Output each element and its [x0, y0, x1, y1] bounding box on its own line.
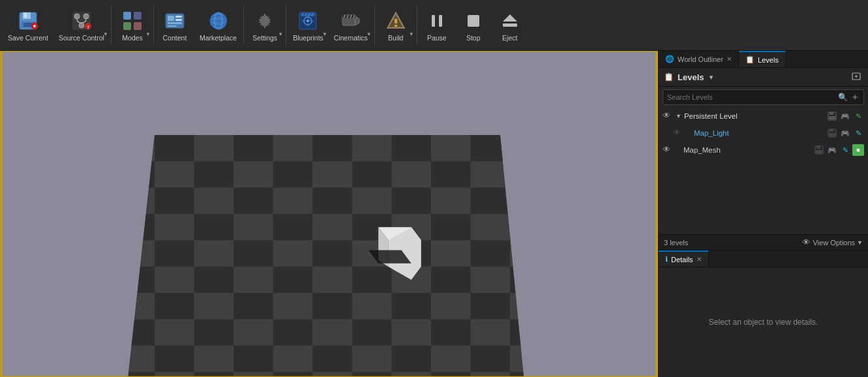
source-control-button[interactable]: ! Source Control ▼ [53, 2, 110, 49]
level-row-map-light[interactable]: 👁 Map_Light 🎮 ✎ [659, 125, 868, 142]
details-content: Select an object to view details. [659, 267, 868, 377]
marketplace-button[interactable]: Marketplace [194, 2, 242, 49]
eye-persistent[interactable]: 👁 [663, 111, 673, 121]
toolbar: Save Current ! Source Control ▼ [0, 0, 868, 51]
persist-action-gamepad[interactable]: 🎮 [839, 110, 851, 122]
pause-label: Pause [427, 34, 447, 42]
cinematics-button[interactable]: Cinematics ▼ [329, 2, 373, 49]
divider-1 [111, 6, 112, 45]
svg-rect-23 [168, 25, 177, 27]
map-light-save[interactable] [826, 127, 838, 139]
stop-button[interactable]: Stop [455, 2, 492, 49]
svg-rect-49 [395, 25, 397, 27]
modes-button[interactable]: Modes ▼ [113, 2, 152, 49]
world-outliner-tab-label: World Outliner [678, 55, 723, 63]
save-icon [16, 9, 40, 33]
levels-tab-label: Levels [758, 56, 779, 64]
map-light-pencil[interactable]: ✎ [852, 127, 864, 139]
divider-5 [374, 6, 375, 45]
view-options-button[interactable]: 👁 View Options ▼ [802, 237, 863, 247]
right-panel: 🌐 World Outliner ✕ 📋 Levels 📋 Levels ▼ [658, 51, 868, 377]
stop-icon [462, 9, 485, 33]
search-levels-input[interactable] [667, 93, 838, 101]
svg-rect-20 [175, 16, 182, 18]
details-tab-bar: ℹ Details ✕ [659, 250, 868, 267]
pause-icon [425, 9, 449, 33]
level-row-persistent[interactable]: 👁 ▼ Persistent Level 🎮 ✎ [659, 108, 868, 125]
svg-marker-53 [503, 14, 517, 22]
eject-button[interactable]: Eject [492, 2, 528, 49]
map-mesh-save[interactable] [813, 144, 825, 156]
eject-icon [498, 9, 522, 33]
search-bar: 🔍 ＋ [663, 89, 864, 105]
expand-persistent[interactable]: ▼ [676, 113, 681, 119]
svg-point-11 [79, 23, 84, 28]
content-button[interactable]: Content [155, 2, 194, 49]
persist-action-save[interactable] [826, 110, 838, 122]
levels-action-add[interactable] [850, 70, 863, 83]
svg-point-33 [307, 20, 309, 22]
view-options-eye-icon: 👁 [802, 237, 811, 247]
cinematics-icon [339, 9, 363, 33]
svg-rect-16 [123, 22, 131, 30]
map-light-name: Map_Light [694, 129, 824, 137]
map-mesh-pencil[interactable]: ✎ [839, 144, 851, 156]
blueprints-button[interactable]: Blueprints ▼ [288, 2, 329, 49]
eye-map-mesh[interactable]: 👁 [663, 145, 673, 155]
svg-rect-84 [830, 129, 833, 132]
svg-point-10 [83, 14, 89, 19]
persist-action-pencil[interactable]: ✎ [852, 110, 864, 122]
pause-button[interactable]: Pause [419, 2, 455, 49]
cinematics-arrow: ▼ [367, 31, 372, 37]
svg-rect-17 [134, 22, 142, 30]
cinematics-label: Cinematics [334, 34, 368, 42]
levels-list: 👁 ▼ Persistent Level 🎮 ✎ [659, 108, 868, 234]
panel-tab-bar: 🌐 World Outliner ✕ 📋 Levels [659, 51, 868, 68]
map-mesh-name: Map_Mesh [683, 146, 811, 154]
svg-text:!: ! [87, 24, 89, 30]
build-button[interactable]: Build ▼ [376, 2, 415, 49]
build-icon [384, 9, 408, 33]
playback-controls: Pause Stop Eject [419, 2, 528, 49]
tab-world-outliner[interactable]: 🌐 World Outliner ✕ [659, 51, 739, 67]
divider-2 [153, 6, 154, 45]
svg-rect-2 [24, 13, 27, 18]
map-mesh-status[interactable]: ■ [852, 144, 864, 156]
level-row-map-mesh[interactable]: 👁 Map_Mesh 🎮 ✎ ■ [659, 142, 868, 158]
blueprints-arrow: ▼ [322, 31, 327, 37]
eye-map-light[interactable]: 👁 [673, 128, 683, 138]
content-label: Content [163, 34, 187, 42]
blueprints-label: Blueprints [293, 34, 323, 42]
world-outliner-tab-close[interactable]: ✕ [726, 55, 732, 63]
add-level-icon[interactable]: ＋ [848, 91, 860, 103]
save-current-button[interactable]: Save Current [3, 2, 53, 49]
stop-label: Stop [466, 34, 481, 42]
tab-levels[interactable]: 📋 Levels [739, 51, 786, 67]
map-light-gamepad[interactable]: 🎮 [839, 127, 851, 139]
svg-rect-87 [816, 146, 820, 149]
marketplace-icon [207, 9, 230, 33]
svg-rect-88 [816, 150, 822, 153]
svg-rect-81 [830, 112, 833, 115]
map-mesh-actions: 🎮 ✎ ■ [813, 144, 864, 156]
marketplace-label: Marketplace [200, 34, 237, 42]
divider-6 [417, 6, 417, 45]
settings-button[interactable]: Settings ▼ [245, 2, 284, 49]
levels-dropdown-arrow[interactable]: ▼ [708, 74, 714, 81]
modes-arrow: ▼ [145, 31, 151, 37]
modes-label: Modes [122, 34, 143, 42]
details-tab-close[interactable]: ✕ [696, 256, 702, 263]
details-tab[interactable]: ℹ Details ✕ [659, 250, 709, 267]
map-mesh-gamepad[interactable]: 🎮 [826, 144, 838, 156]
viewport[interactable] [0, 51, 658, 377]
details-empty-message: Select an object to view details. [709, 318, 818, 327]
levels-header: 📋 Levels ▼ [659, 68, 868, 87]
save-current-label: Save Current [8, 34, 48, 42]
levels-footer: 3 levels 👁 View Options ▼ [659, 234, 868, 250]
divider-3 [243, 6, 244, 45]
svg-rect-51 [439, 15, 442, 27]
svg-marker-71 [125, 135, 526, 377]
details-info-icon: ℹ [665, 255, 668, 264]
settings-label: Settings [252, 34, 277, 42]
search-icon[interactable]: 🔍 [838, 93, 848, 102]
